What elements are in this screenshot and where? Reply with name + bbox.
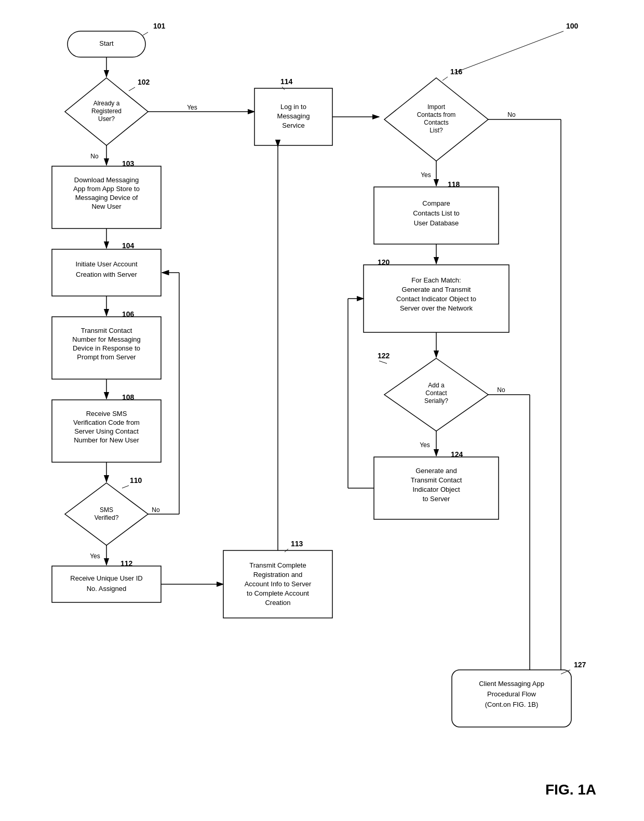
label-113d: to Complete Account (247, 589, 309, 597)
label-113a: Transmit Complete (249, 561, 306, 569)
ref-100-label: 100 (566, 22, 579, 30)
yes-122-label: Yes (420, 441, 430, 449)
ref-116-label: 116 (450, 68, 463, 76)
label-122b: Contact (425, 389, 447, 397)
ref-110-label: 110 (130, 476, 142, 484)
label-122a: Add a (428, 382, 445, 389)
label-106a: Transmit Contact (81, 327, 132, 334)
label-114a: Log in to (280, 103, 306, 111)
ref-127-label: 127 (574, 661, 586, 669)
label-113c: Account Info to Server (245, 580, 312, 588)
label-118c: User Database (414, 219, 459, 227)
svg-line-26 (442, 77, 448, 80)
label-120b: Generate and Transmit (402, 286, 471, 293)
label-106d: Prompt from Server (77, 353, 136, 361)
label-103a: Download Messaging (74, 176, 139, 184)
label-118a: Compare (422, 199, 450, 207)
svg-line-1 (143, 32, 148, 35)
label-108d: Number for New User (74, 436, 139, 444)
ref-104-label: 104 (122, 241, 135, 250)
label-116c: Contacts (424, 119, 448, 126)
label-108a: Receive SMS (86, 410, 127, 418)
label-127c: (Cont.on FIG. 1B) (485, 701, 539, 708)
label-122c: Serially? (424, 397, 448, 405)
label-106c: Device in Response to (73, 344, 140, 352)
label-110b: Verified? (95, 514, 119, 521)
label-124d: to Server (423, 495, 450, 503)
label-116d: List? (430, 127, 443, 134)
label-116a: Import (427, 103, 446, 111)
svg-line-36 (379, 361, 387, 364)
label-106b: Number for Messaging (72, 335, 141, 343)
node-112 (52, 566, 161, 602)
yes-116-label: Yes (421, 171, 431, 179)
label-102b: Registered (91, 107, 122, 115)
label-127b: Procedural Flow (487, 690, 536, 698)
label-103b: App from App Store to (73, 185, 140, 193)
start-label: Start (99, 39, 114, 47)
svg-line-14 (122, 486, 129, 488)
label-118b: Contacts List to (413, 209, 460, 217)
ref-114-label: 114 (280, 77, 293, 86)
label-112a: Receive Unique User ID (70, 574, 142, 582)
ref-122-label: 122 (378, 352, 390, 360)
svg-line-27 (454, 31, 564, 73)
label-108b: Verification Code from (73, 419, 140, 426)
label-103d: New User (91, 203, 122, 210)
label-124b: Transmit Contact (411, 476, 462, 484)
ref-113-label: 113 (291, 540, 303, 548)
label-103c: Messaging Device of (75, 194, 138, 201)
label-110a: SMS (100, 506, 113, 514)
label-102c: User? (98, 115, 115, 123)
label-113e: Creation (265, 599, 290, 607)
label-120a: For Each Match: (411, 276, 461, 284)
ref-102: 102 (138, 78, 150, 86)
ref-101: 101 (153, 22, 166, 30)
label-120d: Server over the Network (400, 304, 473, 312)
label-114c: Service (282, 122, 304, 129)
label-102: Already a (93, 100, 120, 107)
label-127a: Client Messaging App (479, 680, 544, 688)
no-122-label: No (497, 386, 505, 394)
svg-line-3 (129, 87, 135, 91)
label-104a: Initiate User Account (75, 260, 138, 268)
yes-110-label: Yes (90, 553, 100, 560)
no-110-label: No (152, 506, 160, 514)
label-124c: Indicator Object (412, 486, 460, 493)
label-120c: Contact Indicator Object to (396, 295, 476, 303)
node-127 (452, 670, 571, 727)
label-116b: Contacts from (417, 111, 456, 118)
label-114b: Messaging (277, 112, 310, 120)
label-108c: Server Using Contact (74, 427, 139, 435)
fig-label: FIG. 1A (545, 782, 596, 798)
label-112b: No. Assigned (87, 585, 127, 593)
label-124a: Generate and (415, 467, 457, 475)
flowchart-container: Start 101 Already a Registered User? 102… (0, 0, 644, 821)
yes-102-label: Yes (187, 104, 197, 111)
label-104b: Creation with Server (76, 271, 137, 278)
label-113b: Registration and (253, 571, 303, 578)
no-116-label: No (507, 111, 516, 118)
no-102-label: No (90, 153, 99, 160)
